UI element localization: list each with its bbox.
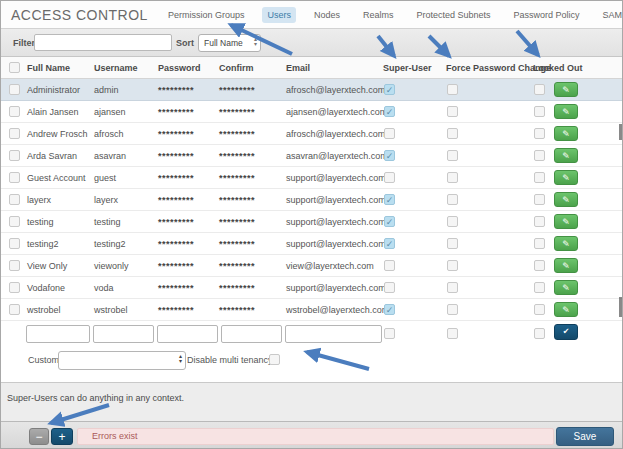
table-row[interactable]: ✓ Guest Account guest ********* ********… xyxy=(1,167,623,189)
edit-row-button[interactable]: ✎ xyxy=(554,214,578,229)
scrollbar-thumb[interactable] xyxy=(619,124,622,140)
force-password-change-checkbox[interactable]: ✓ xyxy=(447,172,458,183)
table-row[interactable]: ✓ Administrator admin ********* ********… xyxy=(1,79,623,101)
locked-out-checkbox[interactable]: ✓ xyxy=(534,106,545,117)
new-password-input[interactable] xyxy=(157,325,218,343)
table-row[interactable]: ✓ testing2 testing2 ********* ********* … xyxy=(1,233,623,255)
new-full-name-input[interactable] xyxy=(26,325,90,343)
column-header-email[interactable]: Email xyxy=(286,63,310,73)
column-header-password[interactable]: Password xyxy=(158,63,201,73)
column-header-locked-out[interactable]: Locked Out xyxy=(533,63,583,73)
disable-multi-tenancy-checkbox[interactable]: ✓ xyxy=(269,354,280,365)
edit-row-button[interactable]: ✎ xyxy=(554,302,578,317)
force-password-change-checkbox[interactable]: ✓ xyxy=(447,194,458,205)
edit-row-button[interactable]: ✎ xyxy=(554,148,578,163)
column-header-super-user[interactable]: Super-User xyxy=(383,63,432,73)
row-select-checkbox[interactable]: ✓ xyxy=(9,172,20,183)
force-password-change-checkbox[interactable]: ✓ xyxy=(447,238,458,249)
row-select-checkbox[interactable]: ✓ xyxy=(9,304,20,315)
force-password-change-checkbox[interactable]: ✓ xyxy=(447,150,458,161)
force-password-change-checkbox[interactable]: ✓ xyxy=(447,260,458,271)
force-password-change-checkbox[interactable]: ✓ xyxy=(447,128,458,139)
super-user-checkbox[interactable]: ✓ xyxy=(384,106,395,117)
row-select-checkbox[interactable]: ✓ xyxy=(9,238,20,249)
new-confirm-input[interactable] xyxy=(221,325,282,343)
table-row[interactable]: ✓ Arda Savran asavran ********* ********… xyxy=(1,145,623,167)
table-row[interactable]: ✓ Alain Jansen ajansen ********* *******… xyxy=(1,101,623,123)
locked-out-checkbox[interactable]: ✓ xyxy=(534,304,545,315)
new-email-input[interactable] xyxy=(285,325,382,343)
column-header-full-name[interactable]: Full Name xyxy=(27,63,70,73)
super-user-checkbox[interactable]: ✓ xyxy=(384,84,395,95)
force-password-change-checkbox[interactable]: ✓ xyxy=(447,106,458,117)
locked-out-checkbox[interactable]: ✓ xyxy=(534,282,545,293)
super-user-checkbox[interactable]: ✓ xyxy=(384,172,395,183)
tab-password-policy[interactable]: Password Policy xyxy=(509,7,585,23)
save-button[interactable]: Save xyxy=(556,427,614,446)
super-user-checkbox[interactable]: ✓ xyxy=(384,304,395,315)
row-select-checkbox[interactable]: ✓ xyxy=(9,194,20,205)
table-row[interactable]: ✓ testing testing ********* ********* su… xyxy=(1,211,623,233)
tab-nodes[interactable]: Nodes xyxy=(309,7,345,23)
edit-row-button[interactable]: ✎ xyxy=(554,126,578,141)
edit-row-button[interactable]: ✎ xyxy=(554,82,578,97)
customer-select[interactable]: ▴▾ xyxy=(58,351,186,370)
confirm-new-user-button[interactable]: ✔ xyxy=(554,324,578,340)
table-row[interactable]: ✓ View Only viewonly ********* *********… xyxy=(1,255,623,277)
super-user-checkbox[interactable]: ✓ xyxy=(384,260,395,271)
locked-out-checkbox[interactable]: ✓ xyxy=(534,128,545,139)
force-password-change-checkbox[interactable]: ✓ xyxy=(447,84,458,95)
edit-row-button[interactable]: ✎ xyxy=(554,170,578,185)
filter-label: Filter xyxy=(13,38,35,48)
column-header-username[interactable]: Username xyxy=(94,63,138,73)
super-user-checkbox[interactable]: ✓ xyxy=(384,128,395,139)
locked-out-checkbox[interactable]: ✓ xyxy=(534,216,545,227)
row-select-checkbox[interactable]: ✓ xyxy=(9,260,20,271)
filter-input[interactable] xyxy=(34,34,172,51)
tab-protected-subnets[interactable]: Protected Subnets xyxy=(412,7,496,23)
edit-row-button[interactable]: ✎ xyxy=(554,236,578,251)
remove-user-button[interactable]: − xyxy=(29,428,49,445)
super-user-checkbox[interactable]: ✓ xyxy=(384,238,395,249)
super-user-checkbox[interactable]: ✓ xyxy=(384,282,395,293)
force-password-change-checkbox[interactable]: ✓ xyxy=(447,216,458,227)
table-row[interactable]: ✓ Vodafone voda ********* ********* supp… xyxy=(1,277,623,299)
tab-realms[interactable]: Realms xyxy=(358,7,399,23)
row-select-checkbox[interactable]: ✓ xyxy=(9,128,20,139)
new-username-input[interactable] xyxy=(93,325,154,343)
new-super-user-checkbox[interactable]: ✓ xyxy=(384,328,395,339)
locked-out-checkbox[interactable]: ✓ xyxy=(534,260,545,271)
locked-out-checkbox[interactable]: ✓ xyxy=(534,194,545,205)
edit-row-button[interactable]: ✎ xyxy=(554,192,578,207)
locked-out-checkbox[interactable]: ✓ xyxy=(534,150,545,161)
edit-row-button[interactable]: ✎ xyxy=(554,258,578,273)
scrollbar-thumb[interactable] xyxy=(619,297,622,317)
tab-permission-groups[interactable]: Permission Groups xyxy=(163,7,250,23)
super-user-checkbox[interactable]: ✓ xyxy=(384,194,395,205)
table-row[interactable]: ✓ wstrobel wstrobel ********* ********* … xyxy=(1,299,623,321)
row-select-checkbox[interactable]: ✓ xyxy=(9,282,20,293)
super-user-checkbox[interactable]: ✓ xyxy=(384,216,395,227)
table-row[interactable]: ✓ Andrew Frosch afrosch ********* ******… xyxy=(1,123,623,145)
force-password-change-checkbox[interactable]: ✓ xyxy=(447,282,458,293)
tab-saml[interactable]: SAML xyxy=(598,7,623,23)
column-header-confirm[interactable]: Confirm xyxy=(219,63,254,73)
row-select-checkbox[interactable]: ✓ xyxy=(9,106,20,117)
locked-out-checkbox[interactable]: ✓ xyxy=(534,84,545,95)
select-all-checkbox[interactable]: ✓ xyxy=(9,62,20,73)
row-select-checkbox[interactable]: ✓ xyxy=(9,216,20,227)
edit-row-button[interactable]: ✎ xyxy=(554,280,578,295)
locked-out-checkbox[interactable]: ✓ xyxy=(534,172,545,183)
add-user-button[interactable]: + xyxy=(51,428,73,445)
new-force-password-change-checkbox[interactable]: ✓ xyxy=(447,328,458,339)
edit-row-button[interactable]: ✎ xyxy=(554,104,578,119)
tab-users[interactable]: Users xyxy=(262,7,296,23)
locked-out-checkbox[interactable]: ✓ xyxy=(534,238,545,249)
force-password-change-checkbox[interactable]: ✓ xyxy=(447,304,458,315)
row-select-checkbox[interactable]: ✓ xyxy=(9,150,20,161)
sort-select[interactable]: Full Name ▴▾ xyxy=(198,34,261,52)
table-row[interactable]: ✓ layerx layerx ********* ********* supp… xyxy=(1,189,623,211)
super-user-checkbox[interactable]: ✓ xyxy=(384,150,395,161)
row-select-checkbox[interactable]: ✓ xyxy=(9,84,20,95)
new-locked-out-checkbox[interactable]: ✓ xyxy=(534,328,545,339)
